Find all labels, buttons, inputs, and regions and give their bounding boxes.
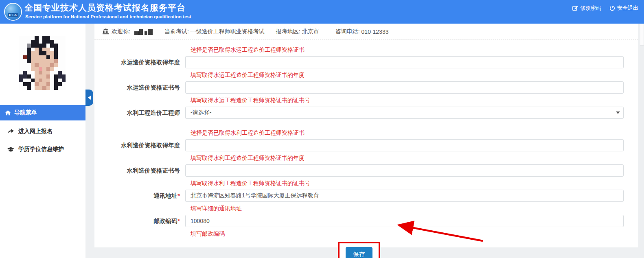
field-hint: 填写取得水运工程造价工程师资格证书的证书号 — [191, 96, 624, 104]
phone-value: 010-12333 — [361, 28, 389, 35]
field-hint: 填写详细的通讯地址 — [191, 204, 624, 212]
field-hint: 填写取得水利工程造价工程师资格证书的证书号 — [191, 179, 624, 187]
required-mark: * — [177, 192, 180, 199]
sidebar-collapse-toggle[interactable] — [85, 90, 93, 106]
home-icon — [5, 110, 11, 116]
sidebar-nav-header[interactable]: 导航菜单 — [0, 105, 85, 120]
field-label: 邮政编码* — [94, 217, 185, 225]
welcome-bar: 欢迎你: 当前考试: 一级造价工程师职业资格考试 报考地区: 北京市 咨询电话:… — [94, 24, 638, 40]
shuili-cert-number-input[interactable] — [185, 164, 624, 177]
vertical-scrollbar[interactable] — [640, 24, 644, 258]
shuiyun-cert-number-input[interactable] — [185, 81, 624, 94]
phone-group: 咨询电话: 010-12333 — [335, 28, 389, 35]
shuili-year-input[interactable] — [185, 139, 624, 151]
field-label: 水利造价资格证书号 — [94, 167, 185, 175]
app-title: 全国专业技术人员资格考试报名服务平台 — [24, 2, 186, 13]
button-area: 保存 — [94, 242, 624, 258]
field-hint: 选择是否已取得水利工程造价工程师资格证书 — [191, 129, 624, 137]
current-exam-group: 当前考试: 一级造价工程师职业资格考试 — [164, 28, 265, 35]
field-label: 水运造价资格证书号 — [94, 84, 185, 92]
sidebar-item-online-registration[interactable]: 进入网上报名 — [0, 123, 85, 140]
app-header: PTA 全国专业技术人员资格考试报名服务平台 Service platform … — [0, 0, 644, 24]
form-row: 水利造价资格证书号 — [94, 164, 624, 177]
save-button[interactable]: 保存 — [346, 247, 372, 258]
change-password-label: 修改密码 — [580, 4, 601, 12]
form-row: 邮政编码* — [94, 215, 624, 227]
region-label: 报考地区: — [276, 28, 300, 35]
scrollbar-thumb[interactable] — [640, 24, 644, 46]
mailing-address-input[interactable] — [185, 190, 624, 202]
field-label: 水利工程造价工程师 — [94, 109, 185, 117]
logout-link[interactable]: 安全退出 — [609, 4, 638, 12]
forward-arrow-icon — [7, 128, 14, 135]
sidebar-item-degree-info[interactable]: 学历学位信息维护 — [0, 141, 85, 158]
welcome-label: 欢迎你: — [112, 28, 130, 35]
field-label: 水利造价资格取得年度 — [94, 142, 185, 149]
form-row: 水利造价资格取得年度 — [94, 139, 624, 151]
bank-icon — [103, 28, 109, 35]
header-links: 修改密码 安全退出 — [572, 0, 638, 16]
power-icon — [609, 5, 615, 11]
form-row: 通讯地址* — [94, 190, 624, 202]
field-hint: 选择是否已取得水运工程造价工程师资格证书 — [191, 46, 624, 54]
save-button-highlight-box: 保存 — [338, 242, 380, 258]
nav-header-label: 导航菜单 — [14, 109, 37, 116]
region-group: 报考地区: 北京市 — [276, 28, 319, 35]
graduation-cap-icon — [7, 146, 14, 153]
phone-label: 咨询电话: — [335, 28, 360, 35]
field-hint: 填写取得水运工程造价工程师资格证书的年度 — [191, 71, 624, 79]
form-row: 水利工程造价工程师 -请选择- — [94, 107, 624, 119]
sidebar: 导航菜单 进入网上报名 学历学位信息维护 — [0, 24, 85, 258]
postal-code-input[interactable] — [185, 215, 624, 227]
field-hint: 填写邮政编码 — [191, 230, 624, 238]
sidebar-item-label: 进入网上报名 — [18, 128, 53, 135]
logout-label: 安全退出 — [617, 4, 638, 12]
shuiyun-year-input[interactable] — [185, 56, 624, 68]
current-exam-label: 当前考试: — [164, 28, 189, 35]
change-password-link[interactable]: 修改密码 — [572, 4, 601, 12]
required-mark: * — [177, 218, 180, 224]
app-subtitle: Service platform for National Profession… — [25, 14, 191, 19]
field-label: 通讯地址* — [94, 192, 185, 200]
chevron-left-icon — [88, 96, 91, 100]
select-value: -请选择- — [191, 109, 211, 116]
form-row: 水运造价资格证书号 — [94, 81, 624, 94]
sidebar-item-label: 学历学位信息维护 — [18, 146, 64, 153]
field-label: 水运造价资格取得年度 — [94, 59, 185, 66]
region-value: 北京市 — [302, 28, 319, 35]
main-panel: 欢迎你: 当前考试: 一级造价工程师职业资格考试 报考地区: 北京市 咨询电话:… — [94, 24, 638, 247]
registration-form: 选择是否已取得水运工程造价工程师资格证书 水运造价资格取得年度 填写取得水运工程… — [94, 40, 638, 258]
avatar — [19, 36, 66, 90]
pta-logo: PTA — [4, 3, 22, 21]
current-exam-value: 一级造价工程师职业资格考试 — [191, 28, 265, 35]
shuili-engineer-select[interactable]: -请选择- — [185, 107, 624, 119]
field-hint: 填写取得水利工程造价工程师资格证书的年度 — [191, 154, 624, 162]
user-name-redacted — [134, 28, 153, 35]
logo-text: PTA — [8, 13, 18, 17]
form-row: 水运造价资格取得年度 — [94, 56, 624, 68]
edit-icon — [572, 5, 578, 11]
chevron-down-icon — [616, 112, 620, 114]
